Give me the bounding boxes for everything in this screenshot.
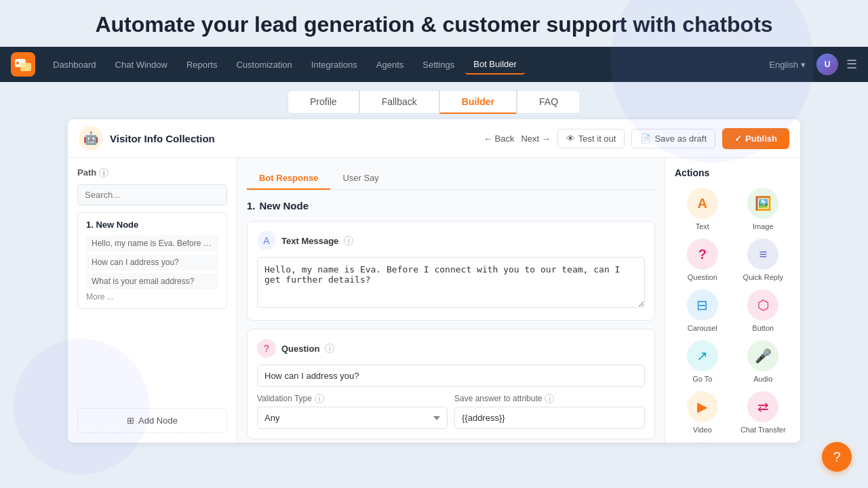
video-action-label: Video (693, 426, 712, 434)
save-attr-input[interactable] (454, 407, 645, 429)
add-node-button[interactable]: ⊞ Add Node (77, 408, 227, 433)
text-message-input[interactable]: Hello, my name is Eva. Before I connect … (257, 257, 645, 308)
save-draft-button[interactable]: 📄 Save as draft (631, 129, 715, 148)
publish-button[interactable]: ✓ Publish (722, 128, 789, 149)
builder-container: 🤖 Visitor Info Collection ← Back Next → … (68, 119, 800, 443)
mid-panel: Bot Response User Say 1. New Node A Text… (237, 158, 665, 443)
path-info-icon: i (99, 168, 108, 178)
question-action-icon: ? (687, 239, 718, 270)
action-quickreply[interactable]: ≡ Quick Reply (736, 239, 791, 281)
test-button[interactable]: 👁 Test it out (557, 129, 625, 148)
nav-bot-builder[interactable]: Bot Builder (465, 55, 525, 75)
builder-title: Visitor Info Collection (110, 133, 477, 144)
plus-icon: ⊞ (127, 415, 134, 426)
path-header: Path i (77, 167, 227, 178)
node-card-title: 1. New Node (86, 220, 218, 230)
eye-icon: 👁 (566, 134, 575, 144)
builder-header: 🤖 Visitor Info Collection ← Back Next → … (68, 119, 800, 158)
audio-action-label: Audio (753, 375, 772, 383)
tab-user-say[interactable]: User Say (330, 167, 391, 190)
node-card: 1. New Node Hello, my name is Eva. Befor… (77, 212, 227, 309)
text-message-info-icon: i (344, 236, 353, 245)
quickreply-action-label: Quick Reply (743, 273, 783, 281)
nav-settings[interactable]: Settings (414, 56, 462, 74)
question-section: ? Question i Validation Type i Any (247, 329, 655, 439)
chat-transfer-action-label: Chat Transfer (741, 426, 786, 434)
video-action-icon: ▶ (687, 391, 718, 422)
goto-action-icon: ↗ (687, 340, 718, 371)
text-message-header: A Text Message i (257, 231, 645, 250)
question-icon: ? (257, 339, 276, 358)
nav-reports[interactable]: Reports (178, 56, 226, 74)
tab-profile[interactable]: Profile (288, 90, 359, 114)
quickreply-action-icon: ≡ (747, 239, 778, 270)
builder-actions: ← Back Next → 👁 Test it out 📄 Save as dr… (484, 128, 789, 149)
nav-agents[interactable]: Agents (368, 56, 412, 74)
avatar: U (816, 54, 838, 75)
left-panel: Path i 1. New Node Hello, my name is Eva… (68, 158, 237, 443)
action-video[interactable]: ▶ Video (675, 391, 730, 434)
nav-customization[interactable]: Customization (228, 56, 300, 74)
builder-body: Path i 1. New Node Hello, my name is Eva… (68, 158, 800, 443)
question-action-label: Question (688, 273, 717, 281)
button-action-icon: ⬡ (747, 289, 778, 321)
action-image[interactable]: 🖼️ Image (736, 188, 791, 230)
nav-chat-window[interactable]: Chat Window (107, 56, 176, 74)
image-action-label: Image (753, 222, 774, 230)
nav-menu-icon[interactable]: ☰ (846, 57, 857, 72)
tab-bar: Profile Fallback Builder FAQ (0, 82, 868, 119)
question-input[interactable] (257, 365, 645, 387)
carousel-action-label: Carousel (688, 324, 717, 332)
question-label: Question (281, 344, 319, 354)
text-message-icon: A (257, 231, 276, 250)
svg-point-3 (16, 62, 19, 64)
validation-label: Validation Type i (257, 394, 448, 403)
chat-transfer-action-icon: ⇄ (747, 391, 778, 422)
tab-fallback[interactable]: Fallback (359, 90, 439, 114)
node-msg-1: Hello, my name is Eva. Before I c... (86, 235, 218, 251)
tab-builder[interactable]: Builder (439, 90, 517, 114)
action-audio[interactable]: 🎤 Audio (736, 340, 791, 383)
nav-language[interactable]: English ▾ (769, 60, 806, 70)
validation-col: Validation Type i Any (257, 394, 448, 429)
validation-select[interactable]: Any (257, 407, 448, 429)
draft-icon: 📄 (640, 134, 651, 144)
hero-heading: Automate your lead generation & customer… (0, 0, 868, 47)
action-carousel[interactable]: ⊟ Carousel (675, 289, 730, 332)
nav-dashboard[interactable]: Dashboard (45, 56, 104, 74)
button-action-label: Button (752, 324, 774, 332)
actions-title: Actions (675, 167, 791, 178)
node-msg-2: How can I address you? (86, 254, 218, 270)
question-form-row: Validation Type i Any Save answer to att… (257, 394, 645, 429)
check-icon: ✓ (734, 134, 742, 144)
response-tabs: Bot Response User Say (247, 167, 655, 190)
validation-info-icon: i (315, 394, 324, 403)
action-text[interactable]: A Text (675, 188, 730, 230)
action-chat-transfer[interactable]: ⇄ Chat Transfer (736, 391, 791, 434)
right-panel: Actions A Text 🖼️ Image ? Question ≡ Qui… (665, 158, 800, 443)
audio-action-icon: 🎤 (747, 340, 778, 371)
save-attr-label: Save answer to attribute i (454, 394, 645, 403)
question-header: ? Question i (257, 339, 645, 358)
text-message-label: Text Message (281, 236, 338, 246)
action-question[interactable]: ? Question (675, 239, 730, 281)
action-goto[interactable]: ↗ Go To (675, 340, 730, 383)
tab-faq[interactable]: FAQ (517, 90, 580, 114)
search-input[interactable] (77, 184, 227, 205)
text-action-label: Text (696, 222, 709, 230)
tab-bot-response[interactable]: Bot Response (247, 167, 330, 190)
svg-rect-2 (20, 63, 31, 71)
help-fab-button[interactable]: ? (822, 442, 852, 472)
carousel-action-icon: ⊟ (687, 289, 718, 321)
image-action-icon: 🖼️ (747, 188, 778, 219)
text-message-section: A Text Message i Hello, my name is Eva. … (247, 221, 655, 321)
back-button[interactable]: ← Back (484, 134, 515, 144)
question-info-icon: i (325, 344, 334, 353)
action-api-plugin[interactable]: ◉ API Plugin (675, 442, 730, 443)
node-msg-3: What is your email address? (86, 273, 218, 289)
nav-integrations[interactable]: Integrations (303, 56, 366, 74)
next-button[interactable]: Next → (521, 134, 550, 144)
goto-action-label: Go To (692, 375, 712, 383)
action-button[interactable]: ⬡ Button (736, 289, 791, 332)
navbar: Dashboard Chat Window Reports Customizat… (0, 47, 868, 82)
